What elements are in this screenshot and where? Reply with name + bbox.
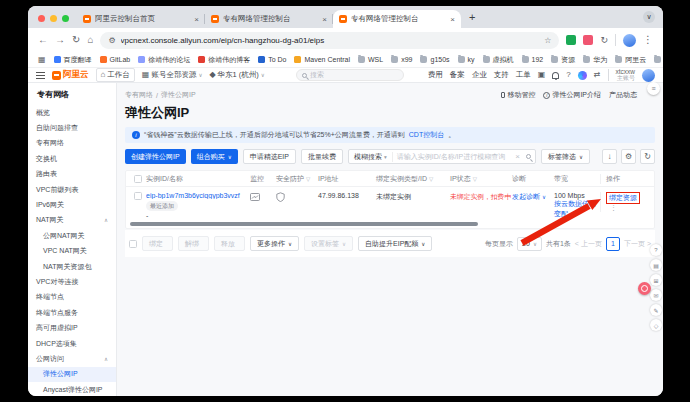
- bookmark-item[interactable]: 华为: [583, 55, 607, 65]
- breadcrumb[interactable]: 专有网络: [125, 90, 153, 100]
- notifications-bell-icon[interactable]: [552, 72, 559, 79]
- prev-page-button[interactable]: < 上一页: [575, 239, 602, 249]
- sidebar-item[interactable]: VPC前缀列表: [28, 182, 116, 197]
- combo-buy-button[interactable]: 组合购买 ∨: [191, 149, 238, 164]
- batch-action-button[interactable]: 绑定: [142, 236, 173, 251]
- bookmark-item[interactable]: g150s: [420, 56, 449, 63]
- new-tab-button[interactable]: +: [469, 11, 475, 23]
- instance-id-link[interactable]: eip-bp1w7m3b6yciqgypb3vvzf: [146, 192, 250, 199]
- assistant-icon[interactable]: [578, 71, 587, 80]
- bookmark-item[interactable]: ky: [458, 56, 475, 63]
- refresh-button[interactable]: ↻: [640, 149, 655, 164]
- close-window-button[interactable]: [38, 15, 45, 22]
- float-tool-button[interactable]: ▤: [650, 259, 662, 271]
- feedback-badge[interactable]: [638, 282, 651, 295]
- tag-filter-button[interactable]: 标签筛选 ∨: [541, 149, 590, 164]
- resource-scope-dropdown[interactable]: ▦ 账号全部资源 ∨: [142, 70, 203, 80]
- tab-close-icon[interactable]: ×: [322, 15, 327, 24]
- sidebar-item[interactable]: 自助问题排查: [28, 120, 116, 135]
- bookmark-item[interactable]: 徐靖伟的博客: [198, 55, 250, 65]
- sidebar-item[interactable]: 公网访问 ∧: [28, 351, 116, 366]
- header-nav-link[interactable]: 备案: [450, 70, 465, 80]
- next-page-button[interactable]: 下一页 >: [624, 239, 651, 249]
- bookmark-item[interactable]: To Do: [258, 56, 286, 63]
- apply-premium-eip-button[interactable]: 申请精选EIP: [243, 149, 296, 164]
- home-icon[interactable]: ⌂: [87, 35, 93, 45]
- workbench-button[interactable]: ⌂ 工作台: [96, 68, 135, 82]
- footer-select-all-checkbox[interactable]: [129, 240, 137, 248]
- sidebar-item[interactable]: VPC NAT网关: [28, 244, 116, 259]
- sidebar-item[interactable]: 终端节点: [28, 290, 116, 305]
- minimize-window-button[interactable]: [50, 15, 57, 22]
- url-field[interactable]: ⚙ vpcnext.console.aliyun.com/eip/cn-hang…: [100, 32, 559, 49]
- url-text[interactable]: vpcnext.console.aliyun.com/eip/cn-hangzh…: [121, 36, 540, 45]
- language-switch-icon[interactable]: ⇄: [594, 71, 601, 79]
- sidebar-item[interactable]: VPC对等连接: [28, 274, 116, 289]
- billing-change-link[interactable]: 按云数据传输: [554, 199, 600, 209]
- batch-action-button[interactable]: 解绑: [178, 236, 209, 251]
- header-nav-link[interactable]: 企业: [472, 70, 487, 80]
- per-page-select[interactable]: 20 ∨: [517, 237, 542, 251]
- sidebar-item[interactable]: 终端节点服务: [28, 305, 116, 320]
- bookmark-item[interactable]: 徐靖伟的论坛: [138, 55, 190, 65]
- browser-tab[interactable]: 专有网络管理控制台 ×: [333, 10, 461, 28]
- sidebar-item[interactable]: Anycast弹性公网IP: [28, 382, 116, 396]
- bookmark-item[interactable]: WSL: [358, 56, 383, 63]
- create-eip-button[interactable]: 创建弹性公网IP: [125, 149, 186, 164]
- bookmark-item[interactable]: 192: [522, 56, 544, 63]
- console-icon[interactable]: ▣: [538, 71, 546, 79]
- sidebar-item[interactable]: NAT网关 ∧: [28, 213, 116, 228]
- search-icon[interactable]: [526, 154, 531, 159]
- header-nav-link[interactable]: 支持: [494, 70, 509, 80]
- sidebar-item[interactable]: 弹性公网IP: [28, 367, 116, 382]
- extension-icon[interactable]: ↻: [600, 35, 608, 45]
- bookmark-item[interactable]: 虚拟机: [483, 55, 514, 65]
- region-dropdown[interactable]: ◆ 华东1 (杭州) ∨: [209, 70, 264, 80]
- sidebar-item[interactable]: 交换机: [28, 151, 116, 166]
- bookmark-item[interactable]: Maven Central: [294, 56, 350, 63]
- batch-action-button[interactable]: 释放: [214, 236, 245, 251]
- apps-icon[interactable]: ▦: [38, 55, 46, 64]
- scrollbar-thumb[interactable]: [130, 222, 478, 226]
- bookmark-item[interactable]: 阿里云: [615, 55, 646, 65]
- search-mode-dropdown[interactable]: 模糊搜索 ▾: [349, 152, 393, 162]
- row-checkbox[interactable]: [134, 192, 142, 200]
- mobile-control-link[interactable]: 移动管控: [501, 90, 535, 100]
- header-nav-link[interactable]: 费用: [428, 70, 443, 80]
- sidebar-item[interactable]: 高可用虚拟IP: [28, 320, 116, 335]
- account-info[interactable]: xtcxxw 主账号: [616, 68, 636, 82]
- product-news-link[interactable]: 产品动态: [609, 90, 637, 100]
- filter-icon[interactable]: ▽: [473, 176, 477, 182]
- monitor-chart-icon[interactable]: [250, 192, 260, 202]
- account-avatar[interactable]: [642, 69, 655, 82]
- extension-icon[interactable]: [566, 35, 576, 45]
- bookmark-item[interactable]: 百度翻译: [54, 55, 92, 65]
- float-tool-button[interactable]: ⊞: [650, 274, 662, 286]
- shield-icon[interactable]: [276, 192, 285, 202]
- tab-close-icon[interactable]: ×: [450, 15, 455, 24]
- global-search-input[interactable]: 搜索: [296, 69, 404, 81]
- bookmark-item[interactable]: x99: [391, 56, 412, 63]
- billing-change-link2[interactable]: 变配: [554, 209, 600, 219]
- sidebar-item[interactable]: 公网NAT网关: [28, 228, 116, 243]
- bookmark-star-icon[interactable]: ☆: [544, 36, 551, 45]
- sidebar-item[interactable]: NAT网关资源包: [28, 259, 116, 274]
- chrome-profile-avatar[interactable]: [623, 34, 636, 47]
- batch-action-button[interactable]: 设置标签 ∨: [304, 236, 353, 251]
- batch-action-button[interactable]: 更多操作 ∨: [250, 236, 299, 251]
- sidebar-item[interactable]: IPv6网关: [28, 197, 116, 212]
- bookmark-item[interactable]: GitLab: [100, 56, 131, 63]
- tab-close-icon[interactable]: ×: [194, 15, 199, 24]
- aliyun-logo[interactable]: 阿里云: [52, 69, 89, 81]
- float-tool-button[interactable]: ◇: [650, 319, 662, 331]
- browser-tab[interactable]: 专有网络管理控制台 ×: [205, 10, 333, 28]
- maximize-window-button[interactable]: [62, 15, 69, 22]
- settings-button[interactable]: ⚙: [621, 149, 636, 164]
- more-actions-icon[interactable]: ⋮: [610, 204, 617, 211]
- sidebar-item[interactable]: 路由表: [28, 167, 116, 182]
- hamburger-menu-icon[interactable]: [36, 72, 45, 79]
- filter-icon[interactable]: ▽: [306, 176, 310, 182]
- extension-icon[interactable]: [583, 35, 593, 45]
- filter-icon[interactable]: ▽: [429, 176, 433, 182]
- float-tool-button[interactable]: ✎: [650, 304, 662, 316]
